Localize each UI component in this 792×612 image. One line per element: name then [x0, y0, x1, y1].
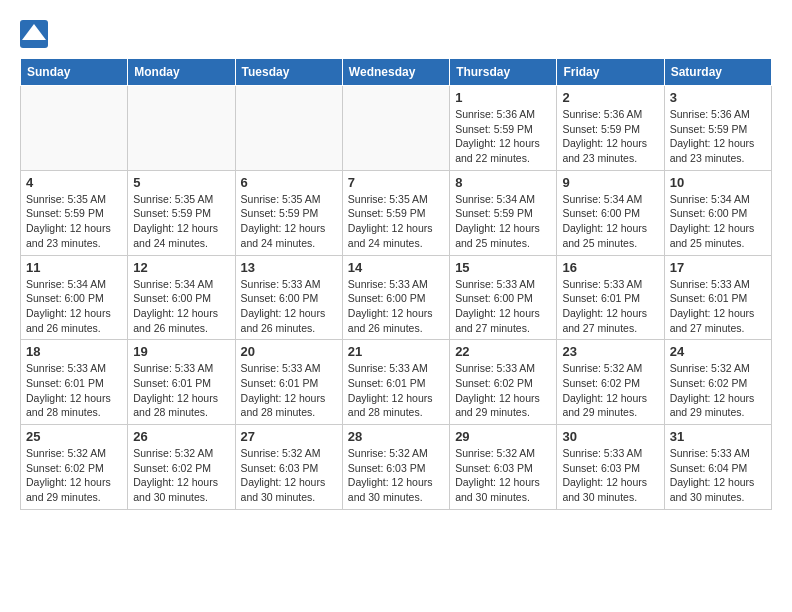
calendar-week-row: 25Sunrise: 5:32 AM Sunset: 6:02 PM Dayli… — [21, 425, 772, 510]
page-header — [20, 20, 772, 48]
day-number: 23 — [562, 344, 658, 359]
weekday-header-sunday: Sunday — [21, 59, 128, 86]
calendar-cell: 21Sunrise: 5:33 AM Sunset: 6:01 PM Dayli… — [342, 340, 449, 425]
calendar-cell: 7Sunrise: 5:35 AM Sunset: 5:59 PM Daylig… — [342, 170, 449, 255]
day-info: Sunrise: 5:32 AM Sunset: 6:02 PM Dayligh… — [562, 361, 658, 420]
calendar-cell — [342, 86, 449, 171]
day-info: Sunrise: 5:33 AM Sunset: 6:00 PM Dayligh… — [241, 277, 337, 336]
weekday-header-monday: Monday — [128, 59, 235, 86]
calendar-cell: 25Sunrise: 5:32 AM Sunset: 6:02 PM Dayli… — [21, 425, 128, 510]
day-number: 7 — [348, 175, 444, 190]
calendar-cell: 6Sunrise: 5:35 AM Sunset: 5:59 PM Daylig… — [235, 170, 342, 255]
day-info: Sunrise: 5:33 AM Sunset: 6:01 PM Dayligh… — [562, 277, 658, 336]
day-info: Sunrise: 5:33 AM Sunset: 6:00 PM Dayligh… — [455, 277, 551, 336]
day-number: 22 — [455, 344, 551, 359]
day-info: Sunrise: 5:32 AM Sunset: 6:02 PM Dayligh… — [670, 361, 766, 420]
day-info: Sunrise: 5:33 AM Sunset: 6:01 PM Dayligh… — [241, 361, 337, 420]
calendar-header-row: SundayMondayTuesdayWednesdayThursdayFrid… — [21, 59, 772, 86]
calendar-cell: 29Sunrise: 5:32 AM Sunset: 6:03 PM Dayli… — [450, 425, 557, 510]
day-number: 18 — [26, 344, 122, 359]
day-number: 19 — [133, 344, 229, 359]
weekday-header-saturday: Saturday — [664, 59, 771, 86]
day-number: 29 — [455, 429, 551, 444]
day-number: 24 — [670, 344, 766, 359]
day-info: Sunrise: 5:36 AM Sunset: 5:59 PM Dayligh… — [455, 107, 551, 166]
calendar-week-row: 18Sunrise: 5:33 AM Sunset: 6:01 PM Dayli… — [21, 340, 772, 425]
day-info: Sunrise: 5:33 AM Sunset: 6:04 PM Dayligh… — [670, 446, 766, 505]
day-number: 1 — [455, 90, 551, 105]
day-number: 28 — [348, 429, 444, 444]
day-info: Sunrise: 5:32 AM Sunset: 6:02 PM Dayligh… — [26, 446, 122, 505]
calendar-cell: 17Sunrise: 5:33 AM Sunset: 6:01 PM Dayli… — [664, 255, 771, 340]
day-number: 9 — [562, 175, 658, 190]
calendar-cell: 15Sunrise: 5:33 AM Sunset: 6:00 PM Dayli… — [450, 255, 557, 340]
day-info: Sunrise: 5:35 AM Sunset: 5:59 PM Dayligh… — [348, 192, 444, 251]
day-info: Sunrise: 5:32 AM Sunset: 6:02 PM Dayligh… — [133, 446, 229, 505]
calendar-cell: 9Sunrise: 5:34 AM Sunset: 6:00 PM Daylig… — [557, 170, 664, 255]
calendar-cell: 10Sunrise: 5:34 AM Sunset: 6:00 PM Dayli… — [664, 170, 771, 255]
calendar-cell: 16Sunrise: 5:33 AM Sunset: 6:01 PM Dayli… — [557, 255, 664, 340]
day-number: 15 — [455, 260, 551, 275]
day-info: Sunrise: 5:33 AM Sunset: 6:01 PM Dayligh… — [670, 277, 766, 336]
weekday-header-thursday: Thursday — [450, 59, 557, 86]
calendar-cell: 22Sunrise: 5:33 AM Sunset: 6:02 PM Dayli… — [450, 340, 557, 425]
day-number: 6 — [241, 175, 337, 190]
day-info: Sunrise: 5:34 AM Sunset: 6:00 PM Dayligh… — [26, 277, 122, 336]
calendar-cell: 11Sunrise: 5:34 AM Sunset: 6:00 PM Dayli… — [21, 255, 128, 340]
day-info: Sunrise: 5:33 AM Sunset: 6:01 PM Dayligh… — [348, 361, 444, 420]
day-number: 30 — [562, 429, 658, 444]
day-info: Sunrise: 5:33 AM Sunset: 6:01 PM Dayligh… — [26, 361, 122, 420]
day-number: 4 — [26, 175, 122, 190]
calendar-cell: 1Sunrise: 5:36 AM Sunset: 5:59 PM Daylig… — [450, 86, 557, 171]
calendar-cell: 12Sunrise: 5:34 AM Sunset: 6:00 PM Dayli… — [128, 255, 235, 340]
logo-icon — [20, 20, 48, 48]
day-number: 17 — [670, 260, 766, 275]
day-info: Sunrise: 5:34 AM Sunset: 6:00 PM Dayligh… — [670, 192, 766, 251]
calendar-cell: 3Sunrise: 5:36 AM Sunset: 5:59 PM Daylig… — [664, 86, 771, 171]
day-number: 8 — [455, 175, 551, 190]
day-number: 25 — [26, 429, 122, 444]
calendar-cell — [128, 86, 235, 171]
day-number: 16 — [562, 260, 658, 275]
weekday-header-wednesday: Wednesday — [342, 59, 449, 86]
day-info: Sunrise: 5:34 AM Sunset: 6:00 PM Dayligh… — [562, 192, 658, 251]
day-info: Sunrise: 5:33 AM Sunset: 6:03 PM Dayligh… — [562, 446, 658, 505]
day-number: 13 — [241, 260, 337, 275]
calendar-cell: 2Sunrise: 5:36 AM Sunset: 5:59 PM Daylig… — [557, 86, 664, 171]
day-number: 26 — [133, 429, 229, 444]
logo — [20, 20, 52, 48]
day-number: 27 — [241, 429, 337, 444]
calendar-cell: 14Sunrise: 5:33 AM Sunset: 6:00 PM Dayli… — [342, 255, 449, 340]
calendar-cell: 19Sunrise: 5:33 AM Sunset: 6:01 PM Dayli… — [128, 340, 235, 425]
day-number: 21 — [348, 344, 444, 359]
day-info: Sunrise: 5:34 AM Sunset: 5:59 PM Dayligh… — [455, 192, 551, 251]
day-number: 3 — [670, 90, 766, 105]
calendar-cell: 31Sunrise: 5:33 AM Sunset: 6:04 PM Dayli… — [664, 425, 771, 510]
day-number: 20 — [241, 344, 337, 359]
day-number: 12 — [133, 260, 229, 275]
calendar-cell — [235, 86, 342, 171]
calendar-week-row: 11Sunrise: 5:34 AM Sunset: 6:00 PM Dayli… — [21, 255, 772, 340]
day-number: 10 — [670, 175, 766, 190]
calendar-cell: 27Sunrise: 5:32 AM Sunset: 6:03 PM Dayli… — [235, 425, 342, 510]
day-info: Sunrise: 5:32 AM Sunset: 6:03 PM Dayligh… — [455, 446, 551, 505]
calendar-cell: 28Sunrise: 5:32 AM Sunset: 6:03 PM Dayli… — [342, 425, 449, 510]
day-info: Sunrise: 5:32 AM Sunset: 6:03 PM Dayligh… — [348, 446, 444, 505]
calendar-cell: 13Sunrise: 5:33 AM Sunset: 6:00 PM Dayli… — [235, 255, 342, 340]
day-info: Sunrise: 5:36 AM Sunset: 5:59 PM Dayligh… — [670, 107, 766, 166]
calendar-cell: 4Sunrise: 5:35 AM Sunset: 5:59 PM Daylig… — [21, 170, 128, 255]
day-info: Sunrise: 5:35 AM Sunset: 5:59 PM Dayligh… — [133, 192, 229, 251]
calendar-cell: 5Sunrise: 5:35 AM Sunset: 5:59 PM Daylig… — [128, 170, 235, 255]
calendar-table: SundayMondayTuesdayWednesdayThursdayFrid… — [20, 58, 772, 510]
calendar-cell: 20Sunrise: 5:33 AM Sunset: 6:01 PM Dayli… — [235, 340, 342, 425]
day-number: 11 — [26, 260, 122, 275]
calendar-cell: 24Sunrise: 5:32 AM Sunset: 6:02 PM Dayli… — [664, 340, 771, 425]
day-info: Sunrise: 5:34 AM Sunset: 6:00 PM Dayligh… — [133, 277, 229, 336]
day-number: 14 — [348, 260, 444, 275]
day-info: Sunrise: 5:35 AM Sunset: 5:59 PM Dayligh… — [26, 192, 122, 251]
weekday-header-tuesday: Tuesday — [235, 59, 342, 86]
day-info: Sunrise: 5:32 AM Sunset: 6:03 PM Dayligh… — [241, 446, 337, 505]
calendar-cell: 26Sunrise: 5:32 AM Sunset: 6:02 PM Dayli… — [128, 425, 235, 510]
calendar-week-row: 1Sunrise: 5:36 AM Sunset: 5:59 PM Daylig… — [21, 86, 772, 171]
day-number: 5 — [133, 175, 229, 190]
